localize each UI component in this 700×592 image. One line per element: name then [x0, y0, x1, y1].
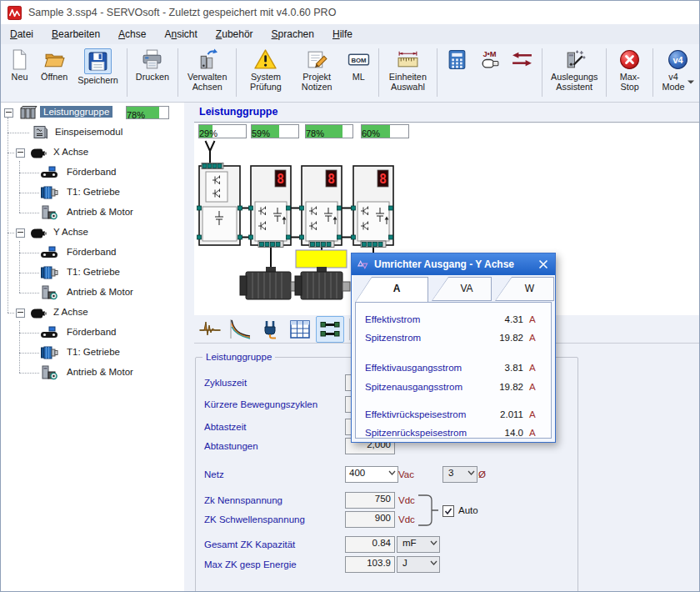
chevron-down-icon — [388, 470, 396, 475]
tree-expander-icon[interactable] — [16, 309, 25, 318]
zk-kapazitaet-input[interactable]: 0.84 — [345, 536, 395, 553]
tab-va[interactable]: VA — [432, 277, 492, 301]
auto-checkbox[interactable] — [442, 505, 454, 517]
conveyor-icon — [40, 325, 58, 340]
menu-zubehör[interactable]: Zubehör — [207, 26, 262, 43]
sizing-wizard-button[interactable]: Auslegungs Assistent — [546, 47, 602, 94]
tree-item-label: Einspeisemodul — [52, 126, 126, 138]
phase-combo[interactable]: 3 — [442, 466, 478, 483]
tree-item-leistunggruppe[interactable]: Leistunggruppe78% — [1, 105, 184, 121]
tree-item-x-achse[interactable]: X Achse — [1, 145, 184, 161]
max-stop-button[interactable]: Max-Stop — [610, 47, 648, 94]
tree-item-label: Antrieb & Motor — [63, 366, 137, 378]
zk-nennspannung-input[interactable]: 750 — [345, 492, 395, 509]
row-unit: A — [529, 363, 536, 373]
power-view-button[interactable] — [256, 316, 284, 343]
drive-module-z[interactable]: 8 — [352, 166, 394, 248]
transfer-button[interactable] — [506, 47, 538, 73]
zk-energie-unit: J — [402, 558, 408, 568]
tree-item-label: Leistunggruppe — [40, 106, 112, 118]
svg-text:8: 8 — [328, 172, 335, 187]
tree-expander-icon[interactable] — [16, 148, 25, 158]
tree-item-z-achse[interactable]: Z Achse — [1, 305, 184, 321]
menu-bearbeiten[interactable]: Bearbeiten — [42, 26, 109, 43]
project-tree: Leistunggruppe78%EinspeisemodulX AchseFö… — [1, 103, 185, 591]
toolbar-button-label: Projekt Notizen — [297, 72, 338, 93]
svg-text:8: 8 — [379, 172, 387, 187]
motor-y[interactable] — [295, 267, 350, 299]
close-icon[interactable] — [536, 258, 551, 271]
busbar-view-button[interactable] — [316, 316, 344, 343]
curves-view-button[interactable] — [226, 316, 254, 343]
supply-module[interactable] — [198, 163, 242, 246]
print-button[interactable]: Drucken — [131, 47, 174, 83]
row-label: Spitzenrückspeisestrom — [365, 428, 467, 438]
toolbar-button-labelrow: Auslegungs Assistent — [551, 72, 598, 93]
toolbar-button-labelrow: Neu — [12, 72, 28, 82]
row-value: 19.82 — [465, 382, 523, 392]
tab-w[interactable]: W — [495, 277, 554, 301]
menu-datei[interactable]: Datei — [1, 26, 42, 43]
tree-item-label: Förderband — [63, 326, 119, 338]
manage-axes-icon — [196, 48, 218, 71]
project-notes-button[interactable]: Projekt Notizen — [292, 47, 342, 94]
dc-bus-highlight[interactable] — [296, 250, 347, 268]
app-logo-icon — [8, 6, 22, 20]
drive-module-x[interactable]: 8 — [249, 166, 292, 248]
label-zk-nennspannung: Zk Nennspannung — [204, 495, 282, 505]
tree-item-y-achse[interactable]: Y Achse — [1, 225, 184, 241]
plug-icon — [258, 319, 282, 340]
tree-item-label: Förderband — [63, 166, 119, 178]
new-document-icon — [8, 48, 31, 71]
max-stop-icon — [618, 48, 641, 71]
waveform-view-button[interactable] — [196, 316, 224, 343]
table-view-button[interactable] — [286, 316, 314, 343]
system-check-button[interactable]: System Prüfung — [240, 47, 291, 94]
netz-voltage-combo[interactable]: 400 — [345, 466, 398, 483]
tree-expander-icon[interactable] — [4, 108, 13, 118]
zk-kapazitaet-unit-combo[interactable]: mF — [397, 536, 440, 553]
label-abtastzeit: Abtastzeit — [204, 422, 247, 432]
bom-icon: BOM — [348, 48, 370, 71]
motor-x[interactable] — [240, 267, 298, 299]
menu-sprachen[interactable]: Sprachen — [262, 26, 323, 43]
tree-connector — [19, 293, 39, 293]
zk-energie-unit-combo[interactable]: J — [397, 556, 440, 573]
save-button[interactable]: Speichern — [72, 47, 123, 87]
calculator-button[interactable] — [441, 47, 473, 73]
menu-hilfe[interactable]: Hilfe — [323, 26, 362, 43]
tab-a[interactable]: A — [355, 277, 428, 303]
label-max-zk-gesp-energie: Max ZK gesp Energie — [204, 559, 297, 569]
dialog-row-effektivrückspeisestrom: Effektivrückspeisestrom2.011A — [365, 409, 543, 422]
conveyor-icon — [40, 245, 58, 260]
toolbar-separator — [652, 48, 653, 97]
warning-icon — [254, 48, 277, 71]
load-bar-value: 59% — [252, 128, 270, 138]
manage-axes-button[interactable]: Verwalten Achsen — [182, 47, 232, 94]
menu-ansicht[interactable]: Ansicht — [155, 26, 206, 43]
tree-connector — [8, 233, 14, 233]
label-gesamt-zk-kapazitaet: Gesamt ZK Kapazität — [204, 539, 295, 549]
toolbar-separator — [178, 48, 178, 97]
units-button[interactable]: Einheiten Auswahl — [382, 47, 433, 94]
drive-module-y[interactable]: 8 — [300, 166, 342, 248]
inertia-button[interactable]: J•M — [473, 47, 506, 73]
tree-expander-icon[interactable] — [16, 228, 25, 238]
row-value: 14.0 — [465, 428, 523, 438]
servosoft-window: Sample 3.ssp4 - SERVOsoft - Zuletzt gesp… — [0, 0, 700, 592]
v4-mode-button[interactable]: v4v4 Mode — [657, 47, 699, 94]
printer-icon — [141, 48, 163, 71]
dialog-titlebar[interactable]: Umrichter Ausgang - Y Achse — [352, 253, 555, 275]
zk-energie-input[interactable]: 103.9 — [345, 556, 395, 573]
open-button[interactable]: Öffnen — [36, 47, 72, 83]
splitter[interactable] — [184, 103, 194, 591]
zk-schwellenspannung-input[interactable]: 900 — [345, 511, 395, 528]
dropdown-caret-icon[interactable] — [688, 80, 694, 84]
new-button[interactable]: Neu — [3, 47, 36, 83]
ml-button[interactable]: BOMML — [342, 47, 375, 83]
toolbar-button-labelrow: System Prüfung — [245, 72, 286, 93]
tree-connector — [8, 313, 14, 314]
supply-module-icon — [31, 125, 49, 140]
zk-schwellenspannung-unit: Vdc — [398, 514, 415, 524]
menu-achse[interactable]: Achse — [109, 26, 155, 43]
